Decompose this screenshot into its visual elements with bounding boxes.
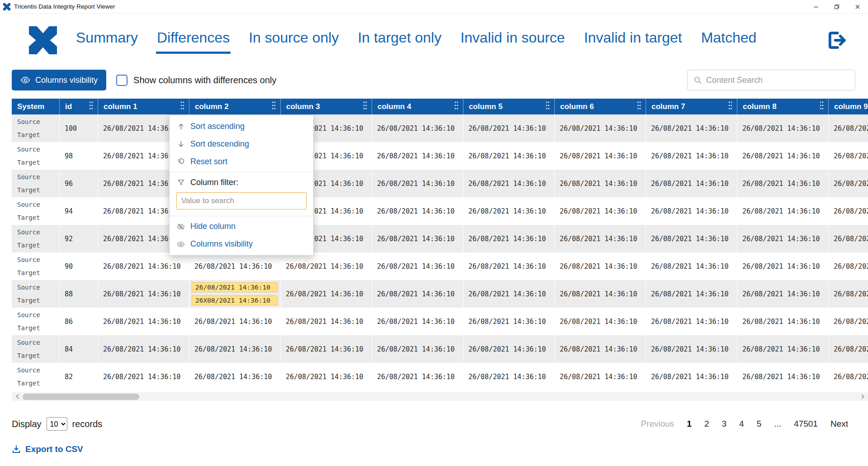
column-filter-input[interactable]: [176, 192, 307, 209]
scroll-right-arrow-icon[interactable]: [858, 392, 867, 401]
scroll-left-arrow-icon[interactable]: [13, 392, 22, 401]
system-label: Target: [17, 297, 40, 304]
tab-summary[interactable]: Summary: [75, 27, 139, 54]
menu-item-reset-sort[interactable]: Reset sort: [170, 153, 313, 171]
column-drag-dots-icon[interactable]: [820, 100, 824, 113]
pagination-page-5[interactable]: 5: [757, 419, 762, 429]
tab-differences[interactable]: Differences: [156, 27, 231, 54]
value-cell: 26/08/2021 14:36:10: [189, 252, 281, 280]
column-drag-dots-icon[interactable]: [546, 100, 550, 113]
value-cell: 26/08/2021 14:36:10: [555, 197, 646, 225]
column-header-column-6[interactable]: column 6: [555, 99, 646, 114]
tab-in-target-only[interactable]: In target only: [357, 27, 442, 54]
system-cell: SourceTarget: [12, 308, 60, 335]
value-cell: 26/08/2021 14:36:10: [98, 252, 189, 280]
column-header-label: column 2: [195, 102, 229, 111]
display-records-select[interactable]: 10: [47, 417, 67, 431]
column-header-column-9[interactable]: column 9: [829, 99, 868, 114]
value-cell: 26/08/2021 14:36:10: [555, 280, 646, 308]
pagination-previous[interactable]: Previous: [641, 419, 674, 429]
hide-column-icon: [176, 223, 185, 231]
column-drag-dots-icon[interactable]: [89, 100, 93, 113]
value-cell: 26/08/2021 14:36:10: [737, 252, 829, 280]
column-drag-dots-icon[interactable]: [272, 100, 276, 113]
exit-button[interactable]: [825, 28, 849, 52]
scrollbar-thumb[interactable]: [23, 394, 139, 400]
value-cell: 26/08/2021 14:36:10: [555, 114, 646, 142]
tab-invalid-in-source[interactable]: Invalid in source: [459, 27, 566, 54]
tab-matched[interactable]: Matched: [700, 27, 758, 54]
column-header-label: System: [17, 102, 44, 111]
close-icon: [855, 4, 860, 10]
value-cell: 26/08/2021 14:36:10: [98, 363, 189, 390]
table-row: SourceTarget9026/08/2021 14:36:1026/08/2…: [12, 252, 868, 280]
close-button[interactable]: [847, 0, 868, 13]
column-header-label: column 5: [469, 102, 503, 111]
column-header-column-5[interactable]: column 5: [463, 99, 555, 114]
value-cell: 26/08/2021 14:36:10: [463, 280, 555, 308]
value-cell: 26/08/2021 14:36:10: [372, 225, 463, 252]
pagination-page-2[interactable]: 2: [704, 419, 709, 429]
column-drag-dots-icon[interactable]: [363, 100, 367, 113]
column-header-column-7[interactable]: column 7: [646, 99, 737, 114]
column-header-id[interactable]: id: [60, 99, 98, 114]
tab-in-source-only[interactable]: In source only: [248, 27, 340, 54]
table-row: SourceTarget8426/08/2021 14:36:1026/08/2…: [12, 335, 868, 363]
pagination-page-3[interactable]: 3: [722, 419, 727, 429]
system-label: Source: [17, 173, 40, 181]
column-drag-dots-icon[interactable]: [180, 100, 184, 113]
column-drag-dots-icon[interactable]: [454, 100, 458, 113]
system-label: Target: [17, 324, 40, 332]
value-cell: 26/08/2021 14:36:10: [829, 280, 868, 308]
show-differences-checkbox[interactable]: [116, 75, 127, 86]
system-label: Target: [17, 352, 40, 359]
column-header-label: column 3: [286, 102, 320, 111]
menu-item-hide-column[interactable]: Hide column: [170, 218, 313, 235]
export-csv-button[interactable]: Export to CSV: [12, 444, 83, 454]
column-drag-dots-icon[interactable]: [637, 100, 641, 113]
menu-item-columns-visibility[interactable]: Columns visibility: [170, 235, 313, 253]
columns-visibility-button[interactable]: Columns visibility: [12, 70, 106, 90]
content-search-input[interactable]: [706, 76, 849, 85]
id-cell: 96: [60, 170, 98, 197]
table-row: SourceTarget8826/08/2021 14:36:1026/08/2…: [12, 280, 868, 308]
menu-item-label: Columns visibility: [190, 239, 253, 249]
content-search-box: [687, 70, 855, 90]
column-drag-dots-icon[interactable]: [728, 100, 732, 113]
id-cell: 92: [60, 225, 98, 252]
pagination-next[interactable]: Next: [830, 419, 848, 429]
value-cell: 26/08/2021 14:36:10: [189, 308, 281, 335]
column-header-system[interactable]: System: [12, 99, 60, 114]
value-cell: 26/08/2021 14:36:10: [829, 170, 868, 197]
value-cell: 26/08/2021 14:36:10: [829, 142, 868, 170]
value-cell: 26/08/2021 14:36:10: [372, 280, 463, 308]
system-label: Target: [17, 380, 40, 387]
column-header-column-8[interactable]: column 8: [737, 99, 829, 114]
value-cell: 26/08/2021 14:36:10: [829, 308, 868, 335]
value-cell: 26/08/2021 14:36:10: [737, 170, 829, 197]
column-filter-input-wrap: [170, 191, 313, 214]
id-cell: 94: [60, 197, 98, 225]
value-cell: 26/08/2021 14:36:10: [646, 280, 737, 308]
system-cell: SourceTarget: [12, 114, 60, 142]
maximize-button[interactable]: [826, 0, 847, 13]
search-icon: [693, 76, 702, 85]
tab-invalid-in-target[interactable]: Invalid in target: [583, 27, 683, 54]
horizontal-scrollbar[interactable]: [12, 392, 868, 401]
value-cell: 26/08/2021 14:36:10: [829, 114, 868, 142]
pagination: Previous 12345...47501 Next: [641, 419, 848, 429]
pagination-page-47501[interactable]: 47501: [794, 419, 818, 429]
records-label: records: [72, 419, 103, 429]
table-row: SourceTarget9626/08/2021 14:36:1026/08/2…: [12, 170, 868, 197]
menu-item-sort-ascending[interactable]: Sort ascending: [170, 118, 313, 135]
column-header-column-4[interactable]: column 4: [372, 99, 463, 114]
pagination-page-1[interactable]: 1: [687, 419, 692, 429]
minimize-button[interactable]: [806, 0, 826, 13]
menu-item-sort-descending[interactable]: Sort descending: [170, 135, 313, 153]
column-header-column-1[interactable]: column 1: [98, 99, 189, 114]
column-header-column-2[interactable]: column 2: [189, 99, 281, 114]
pagination-page-4[interactable]: 4: [739, 419, 744, 429]
table-row: SourceTarget10026/08/2021 14:36:1026/08/…: [12, 114, 868, 142]
column-header-column-3[interactable]: column 3: [281, 99, 372, 114]
value-cell: 26/08/2021 14:36:10: [646, 252, 737, 280]
